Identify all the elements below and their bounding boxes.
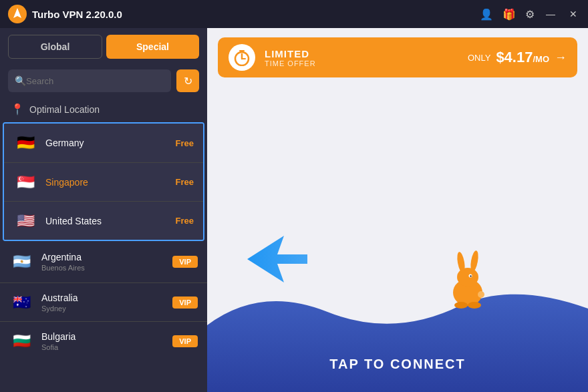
server-item-united-states[interactable]: 🇺🇸 United States Free bbox=[4, 201, 203, 240]
server-name-united-states: United States bbox=[45, 216, 168, 226]
title-bar: Turbo VPN 2.20.0.0 👤 🎁 ⚙ — ✕ bbox=[0, 0, 588, 28]
close-button[interactable]: ✕ bbox=[567, 7, 580, 21]
server-info-singapore: Singapore bbox=[45, 177, 168, 188]
flag-singapore: 🇸🇬 bbox=[13, 170, 37, 194]
badge-vip-bulgaria: VIP bbox=[172, 335, 198, 347]
svg-point-15 bbox=[454, 302, 468, 309]
settings-icon[interactable]: ⚙ bbox=[525, 8, 535, 21]
flag-bulgaria: 🇧🇬 bbox=[9, 329, 33, 353]
badge-vip-australia: VIP bbox=[172, 297, 198, 309]
window-controls: 👤 🎁 ⚙ — ✕ bbox=[480, 7, 580, 21]
offer-price-amount: $4.17/MO bbox=[496, 49, 549, 66]
app-logo bbox=[8, 5, 27, 23]
ground-wave bbox=[207, 272, 588, 392]
flag-australia: 🇦🇺 bbox=[9, 290, 33, 315]
selected-servers-group: 🇩🇪 Germany Free 🇸🇬 Singapore Free 🇺🇸 Uni… bbox=[3, 122, 204, 241]
tab-bar: Global Special bbox=[0, 28, 207, 65]
content-area[interactable]: TAP TO CONNECT bbox=[207, 87, 588, 392]
rabbit-illustration bbox=[441, 242, 494, 309]
right-panel: LIMITED TIME OFFER ONLY $4.17/MO → bbox=[207, 28, 588, 392]
offer-timer-icon bbox=[229, 44, 255, 71]
flag-germany: 🇩🇪 bbox=[13, 131, 37, 155]
optimal-location-label: Optimal Location bbox=[29, 104, 100, 115]
app-title: Turbo VPN 2.20.0.0 bbox=[32, 9, 480, 20]
badge-free-singapore: Free bbox=[176, 177, 194, 187]
arrow-container bbox=[247, 236, 307, 285]
sidebar: Global Special 🔍 ↻ 📍 Optimal Location 🇩🇪… bbox=[0, 28, 207, 392]
server-name-bulgaria: Bulgaria bbox=[41, 331, 164, 342]
search-bar: 🔍 ↻ bbox=[0, 65, 207, 96]
server-info-argentina: Argentina Buenos Aires bbox=[41, 252, 164, 272]
server-info-australia: Australia Sydney bbox=[41, 292, 164, 313]
search-input-wrap: 🔍 bbox=[8, 69, 171, 92]
server-info-germany: Germany bbox=[45, 138, 168, 148]
server-sub-australia: Sydney bbox=[41, 305, 164, 313]
tab-special[interactable]: Special bbox=[106, 35, 199, 59]
location-pin-icon: 📍 bbox=[11, 103, 24, 116]
server-item-singapore[interactable]: 🇸🇬 Singapore Free bbox=[4, 162, 203, 201]
svg-point-14 bbox=[478, 291, 484, 298]
offer-price-block: ONLY $4.17/MO → bbox=[468, 49, 567, 66]
server-name-germany: Germany bbox=[45, 138, 168, 148]
badge-vip-argentina: VIP bbox=[172, 256, 198, 268]
search-icon: 🔍 bbox=[15, 75, 26, 86]
server-name-australia: Australia bbox=[41, 292, 164, 303]
tap-connect-label[interactable]: TAP TO CONNECT bbox=[329, 357, 466, 372]
blue-arrow-icon bbox=[247, 236, 307, 282]
optimal-location-item[interactable]: 📍 Optimal Location bbox=[0, 96, 207, 122]
flag-united-states: 🇺🇸 bbox=[13, 209, 37, 233]
svg-marker-7 bbox=[247, 236, 307, 282]
server-sub-argentina: Buenos Aires bbox=[41, 264, 164, 272]
offer-time-label: TIME OFFER bbox=[265, 59, 458, 67]
flag-argentina: 🇦🇷 bbox=[9, 250, 33, 274]
gift-icon[interactable]: 🎁 bbox=[502, 8, 516, 21]
server-info-united-states: United States bbox=[45, 216, 168, 226]
server-item-australia[interactable]: 🇦🇺 Australia Sydney VIP bbox=[0, 282, 207, 321]
svg-point-13 bbox=[470, 275, 471, 276]
server-sub-bulgaria: Sofia bbox=[41, 343, 164, 351]
offer-banner[interactable]: LIMITED TIME OFFER ONLY $4.17/MO → bbox=[218, 37, 577, 77]
server-item-germany[interactable]: 🇩🇪 Germany Free bbox=[4, 124, 203, 162]
main-layout: Global Special 🔍 ↻ 📍 Optimal Location 🇩🇪… bbox=[0, 28, 588, 392]
user-icon[interactable]: 👤 bbox=[480, 8, 493, 21]
server-name-singapore: Singapore bbox=[45, 177, 168, 188]
badge-free-germany: Free bbox=[176, 138, 194, 148]
offer-text: LIMITED TIME OFFER bbox=[265, 48, 458, 67]
rabbit-container bbox=[441, 242, 494, 312]
offer-arrow-icon: → bbox=[555, 51, 567, 65]
tab-global[interactable]: Global bbox=[8, 35, 102, 59]
server-info-bulgaria: Bulgaria Sofia bbox=[41, 331, 164, 351]
minimize-button[interactable]: — bbox=[544, 7, 557, 21]
server-name-argentina: Argentina bbox=[41, 252, 164, 262]
offer-only-label: ONLY bbox=[468, 53, 490, 63]
badge-free-united-states: Free bbox=[176, 216, 194, 226]
svg-point-16 bbox=[468, 302, 481, 309]
server-item-argentina[interactable]: 🇦🇷 Argentina Buenos Aires VIP bbox=[0, 242, 207, 281]
search-input[interactable] bbox=[26, 76, 164, 86]
offer-limited-label: LIMITED bbox=[265, 48, 458, 59]
refresh-button[interactable]: ↻ bbox=[176, 69, 199, 92]
server-item-bulgaria[interactable]: 🇧🇬 Bulgaria Sofia VIP bbox=[0, 321, 207, 360]
